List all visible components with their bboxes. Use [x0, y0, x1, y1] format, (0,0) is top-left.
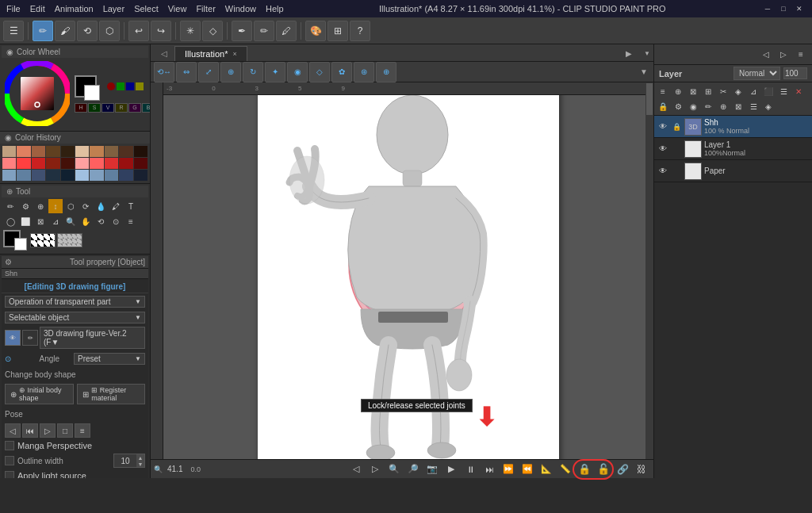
- menu-layer[interactable]: Layer: [103, 4, 125, 13]
- ch-swatch-18[interactable]: [105, 158, 118, 169]
- lt-settings[interactable]: ⚙: [671, 99, 685, 113]
- figure-name-box[interactable]: 3D drawing figure-Ver.2 (F▼: [40, 327, 145, 349]
- ch-swatch-13[interactable]: [32, 158, 45, 169]
- blend-mode-select[interactable]: Normal: [733, 67, 780, 80]
- tool-rotate-view[interactable]: ⟲: [94, 214, 108, 228]
- ch-swatch-16[interactable]: [75, 158, 89, 169]
- ch-swatch-1[interactable]: [2, 146, 16, 157]
- bt-measure[interactable]: 📏: [557, 462, 574, 477]
- canvas-main[interactable]: -3 0 3 5 9: [151, 82, 653, 459]
- foreground-swatch[interactable]: [75, 75, 97, 98]
- lt-clip[interactable]: ☰: [776, 84, 791, 98]
- menu-view[interactable]: View: [168, 4, 187, 13]
- background-swatch[interactable]: [84, 85, 100, 101]
- opacity-input[interactable]: [783, 67, 807, 79]
- canvas-tab-arrow-left[interactable]: ◁: [154, 45, 174, 61]
- toolbar-grid-btn[interactable]: ⊞: [327, 21, 348, 41]
- lt-extra4[interactable]: ⊠: [731, 99, 745, 113]
- ch-swatch-27[interactable]: [90, 170, 103, 181]
- outline-width-spinner[interactable]: 10 ▲ ▼: [113, 454, 145, 468]
- ch-swatch-4[interactable]: [46, 146, 59, 157]
- pattern-swatch[interactable]: [57, 233, 82, 247]
- nav3d-move-btn[interactable]: ⇔: [176, 62, 197, 82]
- canvas-tab-illustration[interactable]: Illustration* ×: [174, 46, 247, 61]
- toolbar-pen3-btn[interactable]: ✏: [254, 21, 274, 41]
- tool-crop[interactable]: ⊿: [48, 214, 63, 228]
- tool-rect[interactable]: ⬜: [18, 214, 33, 228]
- toolbar-brush-btn[interactable]: 🖌: [55, 21, 75, 41]
- tool-marquee[interactable]: ⬡: [63, 199, 78, 213]
- layer-item-paper[interactable]: 👁 Paper: [654, 160, 812, 182]
- color-mode-hsv[interactable]: [126, 82, 134, 90]
- color-mode-cmyk[interactable]: [136, 82, 144, 90]
- lt-extra3[interactable]: ⊕: [716, 99, 730, 113]
- canvas-scroll-right[interactable]: ▶: [619, 45, 639, 61]
- rmt-left-arrow[interactable]: ◁: [758, 47, 774, 63]
- bt-lock-joint[interactable]: 🔒: [576, 462, 593, 477]
- tool-select[interactable]: ⊕: [33, 199, 48, 213]
- menu-bar[interactable]: File Edit Animation Layer Select View Fi…: [6, 4, 284, 13]
- lt-delete[interactable]: ✕: [791, 84, 806, 98]
- toolbar-snowflake-btn[interactable]: ✳: [180, 21, 201, 41]
- figure-eye-btn[interactable]: 👁: [5, 330, 21, 346]
- ch-swatch-11[interactable]: [2, 158, 16, 169]
- ch-swatch-6[interactable]: [75, 146, 89, 157]
- nav3d-mirror-btn[interactable]: ✦: [265, 62, 285, 82]
- apply-light-source-checkbox[interactable]: [5, 471, 14, 478]
- ch-swatch-14[interactable]: [46, 158, 59, 169]
- lt-fill[interactable]: ⬛: [761, 84, 776, 98]
- menu-window[interactable]: Window: [225, 4, 256, 13]
- menu-select[interactable]: Select: [134, 4, 159, 13]
- lt-lock[interactable]: 🔒: [656, 99, 670, 113]
- ch-swatch-21[interactable]: [2, 170, 16, 181]
- ch-swatch-25[interactable]: [61, 170, 75, 181]
- tool-extra2[interactable]: ≡: [124, 214, 138, 228]
- transparent-swatch[interactable]: [30, 233, 56, 247]
- toolbar-pen2-btn[interactable]: ✒: [232, 21, 252, 41]
- figure-edit-btn[interactable]: ✏: [22, 330, 38, 346]
- nav3d-edit-btn[interactable]: ⊕: [376, 62, 396, 82]
- selectable-object-dropdown[interactable]: Selectable object ▼: [5, 312, 145, 323]
- bt-rewind[interactable]: ⏪: [519, 462, 536, 477]
- toolbar-redo-btn[interactable]: ↪: [151, 21, 171, 41]
- nav3d-hand-btn[interactable]: ✿: [331, 62, 352, 82]
- ch-swatch-3[interactable]: [32, 146, 45, 157]
- layer-shh-eye[interactable]: 👁: [657, 121, 668, 132]
- lt-extra2[interactable]: ✏: [701, 99, 715, 113]
- pose-start-btn[interactable]: ⏮: [22, 423, 38, 438]
- ch-swatch-9[interactable]: [119, 146, 132, 157]
- tool-hand[interactable]: ✋: [79, 214, 93, 228]
- ch-swatch-30[interactable]: [134, 170, 147, 181]
- color-wheel-widget[interactable]: [5, 61, 70, 126]
- ch-swatch-20[interactable]: [134, 158, 147, 169]
- maximize-button[interactable]: □: [777, 2, 790, 15]
- drawing-canvas[interactable]: ⬇ Lock/release selected joints: [258, 82, 559, 459]
- outline-width-down-btn[interactable]: ▼: [136, 461, 144, 467]
- toolbar-rotate-btn[interactable]: ⟲: [77, 21, 98, 41]
- bt-link-joints[interactable]: 🔗: [614, 462, 631, 477]
- angle-dropdown[interactable]: Preset ▼: [74, 353, 145, 365]
- toolbar-help-btn[interactable]: ?: [350, 21, 370, 41]
- pose-menu-btn[interactable]: ≡: [75, 423, 90, 438]
- toolbar-selection-btn[interactable]: ⬡: [99, 21, 120, 41]
- ch-swatch-22[interactable]: [17, 170, 30, 181]
- nav3d-pose-btn[interactable]: ⊛: [354, 62, 374, 82]
- bt-zoom-out[interactable]: 🔎: [404, 462, 422, 477]
- layer-item-shh[interactable]: 👁 🔒 3D Shh 100 % Normal: [654, 116, 812, 138]
- lt-copy[interactable]: ✂: [716, 84, 730, 98]
- color-mode-rgb[interactable]: [117, 82, 124, 90]
- outline-width-checkbox[interactable]: [5, 456, 14, 465]
- lt-new-frame[interactable]: ⊞: [701, 84, 715, 98]
- sub-toolbar-scroll[interactable]: ▼: [638, 64, 650, 80]
- nav3d-rotate-btn[interactable]: ↻: [243, 62, 263, 82]
- outline-width-up-btn[interactable]: ▲: [136, 454, 144, 461]
- scrollbar-v[interactable]: [645, 82, 653, 459]
- nav3d-joint-btn[interactable]: ⊕: [220, 62, 241, 82]
- ch-swatch-24[interactable]: [46, 170, 59, 181]
- tool-lasso2[interactable]: ⟳: [79, 199, 93, 213]
- pose-prev-btn[interactable]: ◁: [5, 423, 21, 438]
- color-mode-hue[interactable]: [107, 82, 115, 90]
- ch-swatch-26[interactable]: [75, 170, 89, 181]
- lt-new-raster[interactable]: ≡: [656, 84, 670, 98]
- toolbar-menu-icon[interactable]: ☰: [3, 21, 24, 41]
